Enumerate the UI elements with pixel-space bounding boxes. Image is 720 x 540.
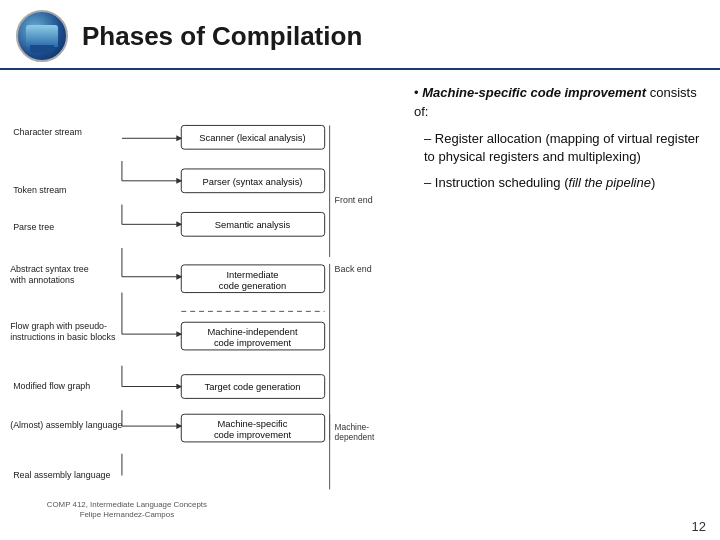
svg-text:code generation: code generation [219,280,286,291]
compilation-diagram: Character stream Scanner (lexical analys… [6,74,406,524]
page-title: Phases of Compilation [82,21,362,52]
svg-text:Parse tree: Parse tree [13,222,54,232]
sub-item-2: Instruction scheduling (fill the pipelin… [420,174,706,192]
svg-text:Modified flow graph: Modified flow graph [13,381,90,391]
text-area: • Machine-specific code improvement cons… [406,70,720,530]
svg-text:Machine-specific: Machine-specific [218,418,288,429]
svg-text:Machine-: Machine- [335,422,370,432]
svg-text:Character stream: Character stream [13,127,82,137]
main-content: Character stream Scanner (lexical analys… [0,70,720,530]
svg-text:COMP 412, Intermediate Languag: COMP 412, Intermediate Language Concepts [47,500,207,509]
page-header: Phases of Compilation [0,0,720,70]
bullet-emphasis: Machine-specific code improvement [422,85,646,100]
svg-text:with annotations: with annotations [9,275,75,285]
svg-text:instructions in basic blocks: instructions in basic blocks [10,332,116,342]
svg-text:Scanner (lexical analysis): Scanner (lexical analysis) [199,132,305,143]
svg-text:dependent: dependent [335,432,375,442]
svg-text:Token stream: Token stream [13,185,66,195]
svg-text:Semantic analysis: Semantic analysis [215,219,291,230]
svg-text:Front end: Front end [335,195,373,205]
svg-text:Intermediate: Intermediate [226,269,278,280]
svg-text:Real assembly language: Real assembly language [13,470,110,480]
sub-item-1: Register allocation (mapping of virtual … [420,130,706,166]
svg-text:Abstract syntax tree: Abstract syntax tree [10,264,89,274]
svg-text:Parser (syntax analysis): Parser (syntax analysis) [202,176,302,187]
page-number: 12 [692,519,706,534]
svg-text:Felipe Hernandez-Campos: Felipe Hernandez-Campos [80,510,175,519]
svg-text:Machine-independent: Machine-independent [207,326,298,337]
sub-bullets: Register allocation (mapping of virtual … [414,130,706,193]
svg-text:Flow graph with pseudo-: Flow graph with pseudo- [10,321,107,331]
svg-text:code improvement: code improvement [214,429,292,440]
main-bullet: • Machine-specific code improvement cons… [414,84,706,122]
logo-inner [26,25,58,47]
svg-text:(Almost) assembly language: (Almost) assembly language [10,420,122,430]
svg-text:Back end: Back end [335,264,372,274]
svg-text:code improvement: code improvement [214,337,292,348]
logo [16,10,68,62]
italic-pipeline: fill the pipeline [569,175,651,190]
diagram-area: Character stream Scanner (lexical analys… [0,70,406,530]
svg-text:Target code generation: Target code generation [205,381,301,392]
